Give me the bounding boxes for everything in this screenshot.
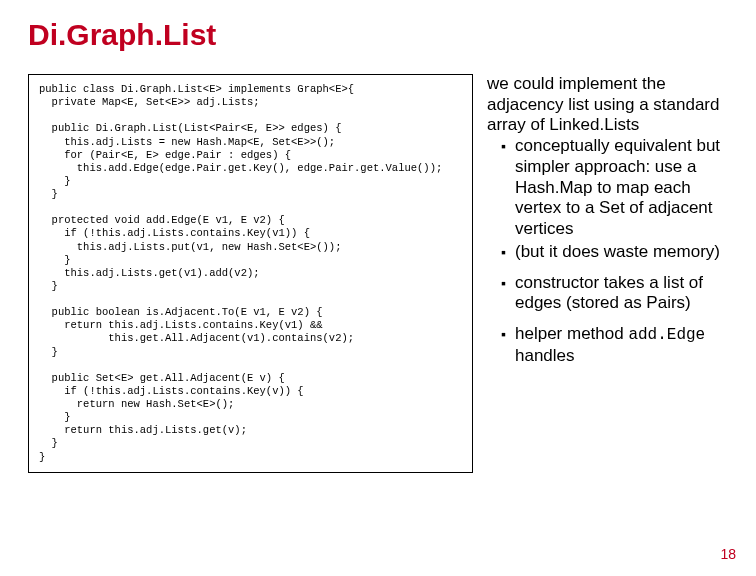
slide: Di.Graph.List public class Di.Graph.List…: [0, 0, 756, 576]
bullet-c-prefix: helper method: [515, 324, 628, 343]
notes-column: we could implement the adjacency list us…: [487, 74, 728, 473]
notes-intro: we could implement the adjacency list us…: [487, 74, 728, 136]
bullet-c-code: add.Edge: [628, 326, 705, 344]
list-item: constructor takes a list of edges (store…: [501, 273, 728, 314]
bullet-c-suffix: handles: [515, 346, 575, 365]
list-item: helper method add.Edge handles: [501, 324, 728, 366]
notes-list-c: helper method add.Edge handles: [487, 324, 728, 366]
notes-block-c: helper method add.Edge handles: [487, 324, 728, 366]
list-item: (but it does waste memory): [501, 242, 728, 263]
content-row: public class Di.Graph.List<E> implements…: [28, 74, 728, 473]
list-item: conceptually equivalent but simpler appr…: [501, 136, 728, 240]
notes-list-a: conceptually equivalent but simpler appr…: [487, 136, 728, 262]
page-number: 18: [720, 546, 736, 562]
notes-block-b: constructor takes a list of edges (store…: [487, 273, 728, 314]
slide-title: Di.Graph.List: [28, 18, 728, 52]
code-block: public class Di.Graph.List<E> implements…: [28, 74, 473, 473]
notes-list-b: constructor takes a list of edges (store…: [487, 273, 728, 314]
notes-intro-block: we could implement the adjacency list us…: [487, 74, 728, 263]
